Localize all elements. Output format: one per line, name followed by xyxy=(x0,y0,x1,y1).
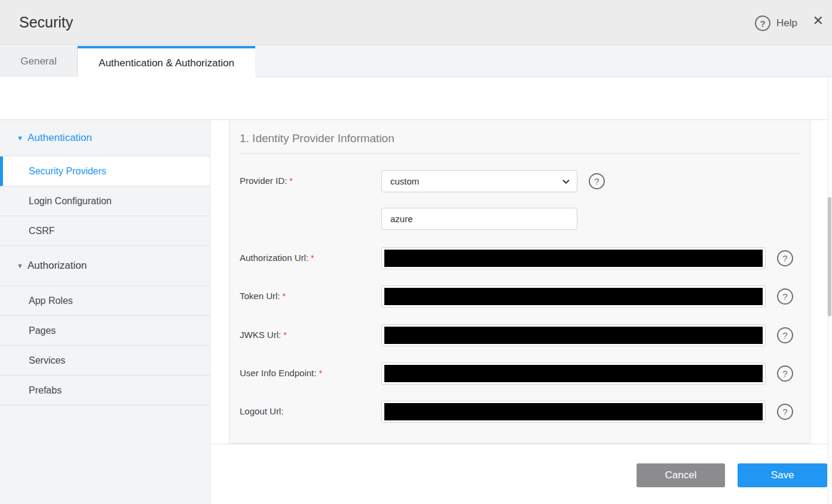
sidebar-item-pages[interactable]: Pages xyxy=(0,316,210,346)
section-divider xyxy=(240,153,800,153)
authorization-url-help-icon[interactable]: ? xyxy=(777,250,793,266)
authorization-url-row: Authorization Url:* ? xyxy=(230,247,810,269)
jwks-url-help-icon[interactable]: ? xyxy=(777,327,793,343)
user-info-endpoint-help-icon[interactable]: ? xyxy=(777,365,793,382)
provider-name-row: azure xyxy=(230,208,810,230)
provider-id-select[interactable]: custom xyxy=(381,170,577,192)
token-url-row: Token Url:* ? xyxy=(230,285,810,308)
token-url-help-icon[interactable]: ? xyxy=(777,288,793,305)
dialog-footer: Cancel Save xyxy=(210,444,832,504)
provider-id-label: Provider ID:* xyxy=(240,176,293,186)
jwks-url-row: JWKS Url:* ? xyxy=(230,324,810,346)
tab-bar: General Authentication & Authorization xyxy=(0,46,832,77)
required-marker: * xyxy=(283,291,286,301)
provider-name-input[interactable]: azure xyxy=(381,208,577,230)
user-info-endpoint-row: User Info Endpoint:* ? xyxy=(230,362,810,385)
redacted-value xyxy=(384,365,763,382)
user-info-endpoint-input[interactable] xyxy=(381,362,766,385)
token-url-input[interactable] xyxy=(381,285,766,308)
save-button[interactable]: Save xyxy=(738,463,827,487)
help-button[interactable]: ? Help xyxy=(755,16,797,31)
jwks-url-label: JWKS Url:* xyxy=(240,330,287,340)
sidebar-item-app-roles[interactable]: App Roles xyxy=(0,286,210,316)
identity-provider-panel: 1. Identity Provider Information Provide… xyxy=(229,120,810,444)
required-marker: * xyxy=(311,253,314,263)
close-icon[interactable]: ✕ xyxy=(813,14,824,27)
page-title: Security xyxy=(19,14,73,31)
caret-down-icon: ▼ xyxy=(17,134,27,142)
user-info-endpoint-label: User Info Endpoint:* xyxy=(240,368,322,378)
tab-general[interactable]: General xyxy=(0,46,78,77)
sidebar-group-authorization[interactable]: ▼ Authorization xyxy=(0,246,210,286)
required-marker: * xyxy=(289,176,292,186)
chevron-down-icon xyxy=(562,177,570,188)
section-title: 1. Identity Provider Information xyxy=(240,132,394,145)
scrollbar-track xyxy=(827,78,832,504)
redacted-value xyxy=(384,327,763,344)
sidebar-item-services[interactable]: Services xyxy=(0,346,210,376)
tab-authentication-authorization[interactable]: Authentication & Authorization xyxy=(78,46,255,78)
sidebar-item-csrf[interactable]: CSRF xyxy=(0,216,210,246)
provider-id-help-icon[interactable]: ? xyxy=(589,173,605,189)
caret-down-icon: ▼ xyxy=(17,262,27,269)
logout-url-label: Logout Url: xyxy=(240,406,283,416)
authorization-url-label: Authorization Url:* xyxy=(240,253,314,263)
dialog-header: Security ? Help ✕ xyxy=(0,0,832,45)
logout-url-help-icon[interactable]: ? xyxy=(777,404,793,420)
required-marker: * xyxy=(283,330,286,340)
help-label[interactable]: Help xyxy=(776,17,797,29)
sidebar-group-authentication[interactable]: ▼ Authentication xyxy=(0,120,210,156)
jwks-url-input[interactable] xyxy=(381,324,766,346)
logout-url-input[interactable] xyxy=(381,401,766,423)
provider-id-row: Provider ID:* custom ? xyxy=(230,170,810,192)
required-marker: * xyxy=(319,368,322,378)
cancel-button[interactable]: Cancel xyxy=(637,463,725,487)
scrollbar-thumb[interactable] xyxy=(828,197,831,316)
security-dialog: Security ? Help ✕ General Authentication… xyxy=(0,0,832,504)
authorization-url-input[interactable] xyxy=(381,247,766,269)
redacted-value xyxy=(384,403,763,420)
sidebar: ▼ Authentication Security Providers Logi… xyxy=(0,120,210,504)
sidebar-item-login-configuration[interactable]: Login Configuration xyxy=(0,186,210,216)
logout-url-row: Logout Url: ? xyxy=(230,401,810,423)
sidebar-item-security-providers[interactable]: Security Providers xyxy=(0,156,210,186)
authentication-toggle-row: Authentication: Off On xyxy=(0,78,832,120)
token-url-label: Token Url:* xyxy=(240,291,286,301)
help-icon[interactable]: ? xyxy=(755,16,770,31)
redacted-value xyxy=(384,288,763,305)
redacted-value xyxy=(384,250,763,267)
sidebar-item-prefabs[interactable]: Prefabs xyxy=(0,376,210,405)
